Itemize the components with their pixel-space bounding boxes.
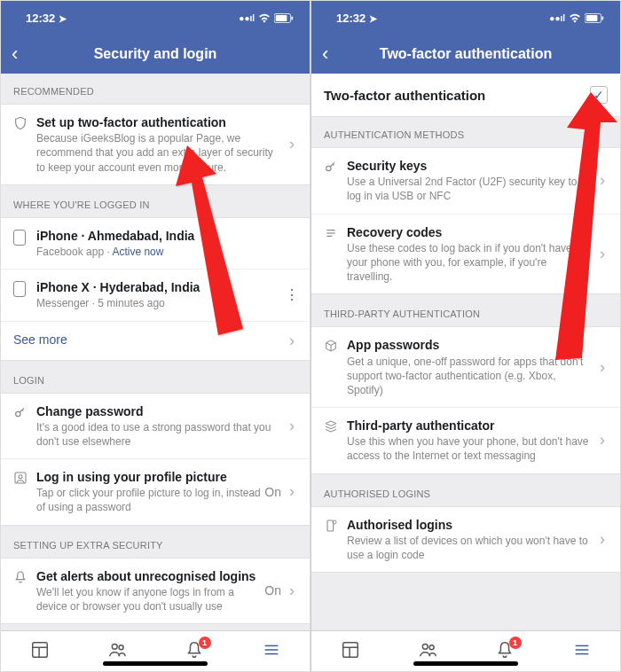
back-button[interactable]: ‹ [12, 43, 18, 66]
tab-menu[interactable] [262, 640, 281, 663]
more-dots-icon[interactable]: ⋮ [283, 286, 301, 303]
chevron-right-icon: › [283, 417, 301, 435]
row-value: On [264, 485, 283, 499]
tab-friends[interactable] [418, 640, 437, 663]
device-check-icon [324, 519, 338, 533]
chevron-right-icon: › [283, 332, 301, 350]
section-header-recommended: RECOMMENDED [1, 74, 310, 104]
chevron-right-icon: › [283, 135, 301, 153]
location-arrow-icon: ➤ [59, 13, 67, 24]
row-desc: Use these codes to log back in if you do… [347, 241, 590, 285]
row-see-more[interactable]: See more › [1, 321, 310, 360]
svg-rect-4 [15, 473, 26, 483]
chevron-right-icon: › [593, 530, 611, 549]
key-icon [324, 160, 338, 174]
row-profile-picture-login[interactable]: Log in using your profile picture Tap or… [1, 458, 310, 525]
section-header-auth-methods: AUTHENTICATION METHODS [311, 117, 620, 147]
layers-icon [324, 419, 338, 434]
screen-two-factor: 12:32 ➤ ●●ıl ‹ Two-factor authentication… [310, 0, 621, 672]
section-header-third-party: THIRD-PARTY AUTHENTICATION [311, 296, 620, 326]
row-title: Recovery codes [347, 224, 590, 240]
two-factor-toggle-row[interactable]: Two-factor authentication ✓ [311, 74, 620, 117]
row-title: Change password [36, 403, 279, 419]
svg-point-5 [19, 475, 22, 479]
row-recovery-codes[interactable]: Recovery codes Use these codes to log ba… [311, 214, 620, 294]
tab-feed[interactable] [341, 640, 360, 663]
box-icon [324, 339, 338, 353]
svg-rect-17 [601, 16, 603, 20]
tab-friends[interactable] [107, 640, 127, 663]
content-scroll[interactable]: Two-factor authentication ✓ AUTHENTICATI… [311, 74, 620, 630]
svg-rect-2 [291, 16, 293, 20]
row-desc: Get a unique, one-off password for apps … [347, 355, 590, 398]
page-title: Security and login [1, 46, 310, 62]
battery-icon [585, 13, 604, 23]
tab-notifications[interactable]: 1 [495, 640, 515, 663]
svg-point-10 [119, 645, 123, 649]
row-title: iPhone X · Hyderabad, India [36, 279, 279, 295]
content-scroll[interactable]: RECOMMENDED Set up two-factor authentica… [1, 74, 310, 630]
notification-badge: 1 [199, 637, 211, 649]
row-sub: Facebook app · Active now [36, 245, 297, 259]
row-setup-2fa[interactable]: Set up two-factor authentication Because… [1, 105, 310, 184]
svg-point-3 [16, 411, 20, 416]
card-authorised: Authorised logins Review a list of devic… [311, 506, 620, 574]
svg-point-27 [422, 644, 428, 649]
card-recommended: Set up two-factor authentication Because… [1, 104, 310, 185]
chevron-right-icon: › [283, 482, 301, 501]
chevron-right-icon: › [593, 358, 611, 377]
section-header-login: LOGIN [1, 363, 310, 393]
row-security-keys[interactable]: Security keys Use a Universal 2nd Factor… [311, 148, 620, 214]
phone-icon [13, 281, 26, 297]
phone-icon [13, 230, 26, 246]
row-desc: Tap or click your profile picture to log… [36, 486, 261, 514]
row-third-party-authenticator[interactable]: Third-party authenticator Use this when … [311, 407, 620, 473]
notification-badge: 1 [509, 637, 522, 649]
chevron-right-icon: › [593, 171, 611, 190]
row-desc: Review a list of devices on which you wo… [347, 534, 590, 562]
card-third-party: App passwords Get a unique, one-off pass… [311, 326, 620, 473]
wifi-icon [258, 12, 271, 23]
row-app-passwords[interactable]: App passwords Get a unique, one-off pass… [311, 327, 620, 407]
row-sub: Messenger · 5 minutes ago [36, 296, 279, 310]
dual-screenshot-wrapper: 12:32 ➤ ●●ıl ‹ Security and login RECOMM… [0, 0, 621, 672]
toggle-label: Two-factor authentication [324, 88, 485, 103]
row-session-0[interactable]: iPhone · Ahmedabad, India Facebook app ·… [1, 218, 310, 269]
back-button[interactable]: ‹ [322, 43, 328, 66]
status-right: ●●ıl [549, 12, 604, 23]
row-authorised-logins[interactable]: Authorised logins Review a list of devic… [311, 507, 620, 573]
row-title: Authorised logins [347, 517, 590, 533]
nav-bar: ‹ Two-factor authentication [311, 35, 620, 74]
nav-bar: ‹ Security and login [1, 35, 310, 74]
page-title: Two-factor authentication [311, 46, 620, 62]
card-extra-security: Get alerts about unrecognised logins We'… [1, 558, 310, 625]
row-desc: Use this when you have your phone, but d… [347, 434, 590, 463]
row-alerts-unrecognised[interactable]: Get alerts about unrecognised logins We'… [1, 559, 310, 624]
row-desc: Because iGeeksBlog is a popular Page, we… [36, 131, 279, 175]
svg-point-18 [326, 166, 331, 170]
svg-rect-6 [32, 642, 47, 657]
signal-icon: ●●ıl [549, 13, 565, 23]
card-logged-in: iPhone · Ahmedabad, India Facebook app ·… [1, 217, 310, 361]
row-change-password[interactable]: Change password It's a good idea to use … [1, 394, 310, 459]
row-title: App passwords [347, 337, 590, 353]
tab-menu[interactable] [572, 640, 592, 663]
bell-icon [13, 570, 28, 584]
status-bar: 12:32 ➤ ●●ıl [311, 1, 620, 35]
row-title: Set up two-factor authentication [36, 114, 279, 130]
section-header-authorised: AUTHORISED LOGINS [311, 476, 620, 506]
signal-icon: ●●ıl [239, 13, 255, 23]
checkbox-checked-icon[interactable]: ✓ [590, 86, 608, 104]
svg-point-9 [112, 644, 117, 649]
location-arrow-icon: ➤ [369, 13, 377, 24]
row-title: Security keys [347, 158, 590, 174]
row-desc: It's a good idea to use a strong passwor… [36, 420, 279, 449]
row-title: iPhone · Ahmedabad, India [36, 228, 297, 244]
profile-picture-icon [13, 471, 28, 485]
row-title: Get alerts about unrecognised logins [36, 568, 261, 584]
svg-point-28 [429, 645, 434, 649]
tab-feed[interactable] [30, 640, 50, 663]
row-session-1[interactable]: iPhone X · Hyderabad, India Messenger · … [1, 269, 310, 320]
svg-rect-1 [276, 15, 287, 21]
tab-notifications[interactable]: 1 [185, 640, 204, 663]
